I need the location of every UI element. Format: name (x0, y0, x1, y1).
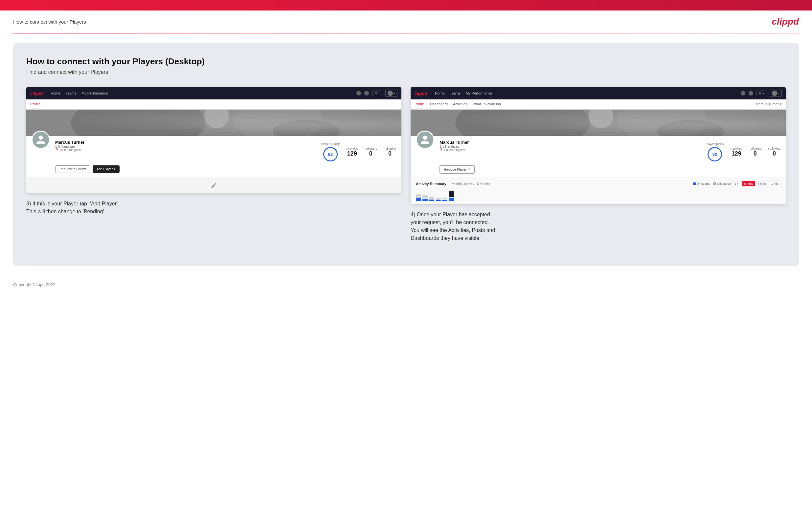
nav-teams-right[interactable]: Teams (450, 91, 461, 95)
pencil-area-left (26, 177, 401, 193)
tab-profile-left[interactable]: Profile (30, 100, 40, 109)
nav-icons-right: ⚙ ▾ ▾ (741, 90, 782, 97)
mock-tabs-left: Profile (26, 100, 401, 110)
nav-home-right[interactable]: Home (435, 91, 445, 95)
tab-what-to-work-on-right[interactable]: What To Work On (472, 100, 501, 109)
avatar-row-left: Marcus Turner 1-5 Handicap 📍 United King… (32, 130, 396, 173)
avatar-icon-right (772, 91, 777, 96)
player-location-right: 📍 United Kingdom (440, 148, 469, 152)
profile-info-left: Marcus Turner 1-5 Handicap 📍 United King… (55, 140, 85, 152)
stat-following-right: Following 0 (768, 147, 780, 157)
bar-on-4 (436, 200, 441, 201)
tab-activities-right[interactable]: Activities (453, 100, 467, 109)
bar-off-4 (436, 198, 441, 200)
filter-6mths-btn[interactable]: 6 mths (742, 181, 755, 186)
request-follow-button[interactable]: Request to Follow (55, 165, 90, 173)
bar-off-2 (422, 195, 428, 199)
pencil-icon-left (211, 182, 217, 189)
screenshot-left-wrap: clippd Home Teams My Performance ⚙ ▾ (26, 87, 401, 242)
filter-3mths-btn[interactable]: 3 mths (756, 181, 768, 186)
copyright-text: Copyright Clippd 2022 (13, 282, 55, 287)
bar-group-4 (436, 198, 441, 201)
mock-app-right: clippd Home Teams My Performance ⚙ ▾ (411, 87, 786, 204)
bar-on-3 (429, 200, 434, 201)
buttons-right: Remove Player ✕ (440, 165, 780, 174)
filter-buttons-right: 1 yr 6 mths 3 mths 1 mth (732, 181, 780, 186)
remove-player-button[interactable]: Remove Player ✕ (440, 165, 475, 174)
add-player-button[interactable]: Add Player + (93, 165, 119, 173)
nav-logo-left: clippd (30, 91, 43, 96)
bar-group-5 (442, 198, 447, 201)
mock-profile-left: Marcus Turner 1-5 Handicap 📍 United King… (26, 136, 401, 177)
bar-on-2 (422, 199, 428, 201)
activity-section-right: Activity Summary Monthly Activity · 6 Mo… (411, 177, 786, 204)
bar-off-5 (442, 198, 447, 200)
page-subtitle: Find and connect with your Players (26, 69, 786, 75)
caption-left: 3) If this is your Player tap, 'Add Play… (26, 200, 401, 216)
search-icon-right[interactable] (741, 91, 745, 96)
screenshot-right-wrap: clippd Home Teams My Performance ⚙ ▾ (411, 87, 786, 242)
stat-activities-left: Activities 129 (346, 147, 358, 157)
profile-info-right: Marcus Turner 1-5 Handicap 📍 United King… (440, 140, 469, 152)
tab-player-name-right[interactable]: Marcus Turner ▾ (756, 100, 782, 109)
avatar-right (416, 130, 434, 149)
mock-app-left: clippd Home Teams My Performance ⚙ ▾ (26, 87, 401, 193)
clippd-logo: clippd (772, 16, 799, 27)
stat-activities-right: Activities 129 (730, 147, 742, 157)
avatar-icon-svg-left (36, 134, 46, 145)
stats-right: Player Quality 92 Activities 129 Followe… (706, 143, 780, 161)
player-handicap-left: 1-5 Handicap (55, 145, 85, 148)
activity-chart-right (416, 189, 780, 201)
settings-dropdown-left[interactable]: ⚙ ▾ (372, 91, 382, 96)
activity-filters-right: On course Off course 1 yr 6 mths 3 (693, 181, 780, 186)
avatar-left (32, 130, 50, 149)
nav-my-performance-right[interactable]: My Performance (466, 91, 492, 95)
bar-off-6 (449, 191, 454, 197)
mock-tabs-right: Profile Dashboard Activities What To Wor… (411, 100, 786, 110)
avatar-icon-left (388, 91, 393, 96)
filter-1yr-btn[interactable]: 1 yr (732, 181, 742, 186)
mock-nav-right: clippd Home Teams My Performance ⚙ ▾ (411, 87, 786, 100)
bar-off-1 (416, 194, 421, 198)
player-name-right: Marcus Turner (440, 140, 469, 145)
mock-nav-left: clippd Home Teams My Performance ⚙ ▾ (26, 87, 401, 100)
user-icon-right[interactable] (749, 91, 753, 96)
breadcrumb: How to connect with your Players (13, 19, 86, 24)
header: How to connect with your Players clippd (0, 10, 812, 33)
activity-header-right: Activity Summary Monthly Activity · 6 Mo… (416, 181, 780, 186)
user-icon-left[interactable] (364, 91, 369, 96)
avatar-dropdown-left[interactable]: ▾ (385, 90, 398, 97)
activity-title-right: Activity Summary (416, 182, 446, 186)
nav-icons-left: ⚙ ▾ ▾ (356, 90, 398, 97)
settings-dropdown-right[interactable]: ⚙ ▾ (757, 91, 766, 96)
stat-followers-right: Followers 0 (749, 147, 761, 157)
header-divider (13, 33, 799, 34)
quality-circle-right: 92 (708, 147, 722, 161)
buttons-left: Request to Follow Add Player + (55, 165, 396, 173)
avatar-icon-svg-right (420, 134, 430, 145)
search-icon-left[interactable] (356, 91, 361, 96)
bar-group-3 (429, 196, 434, 201)
nav-my-performance-left[interactable]: My Performance (82, 91, 108, 95)
footer: Copyright Clippd 2022 (0, 276, 812, 294)
player-quality-left: Player Quality 92 (321, 143, 340, 161)
nav-home-left[interactable]: Home (51, 91, 60, 95)
page-title: How to connect with your Players (Deskto… (26, 56, 786, 67)
activity-subtitle-right: Monthly Activity · 6 Months (452, 182, 491, 186)
mock-profile-right: Marcus Turner 1-5 Handicap 📍 United King… (411, 136, 786, 177)
caption-right: 4) Once your Player has accepted your re… (411, 211, 786, 242)
filter-1mth-btn[interactable]: 1 mth (769, 181, 780, 186)
tab-profile-right[interactable]: Profile (414, 100, 425, 109)
top-bar (0, 0, 812, 10)
main-content: How to connect with your Players (Deskto… (13, 43, 799, 266)
player-handicap-right: 1-5 Handicap (440, 145, 469, 148)
avatar-dropdown-right[interactable]: ▾ (770, 90, 782, 97)
player-quality-right: Player Quality 92 (706, 143, 724, 161)
bar-on-6 (449, 198, 454, 201)
player-location-left: 📍 United Kingdom (55, 148, 85, 152)
legend-off-course: Off course (713, 182, 730, 185)
tab-dashboard-right[interactable]: Dashboard (430, 100, 448, 109)
legend-on-course: On course (693, 182, 711, 185)
nav-teams-left[interactable]: Teams (66, 91, 76, 95)
screenshots-container: clippd Home Teams My Performance ⚙ ▾ (26, 87, 786, 242)
